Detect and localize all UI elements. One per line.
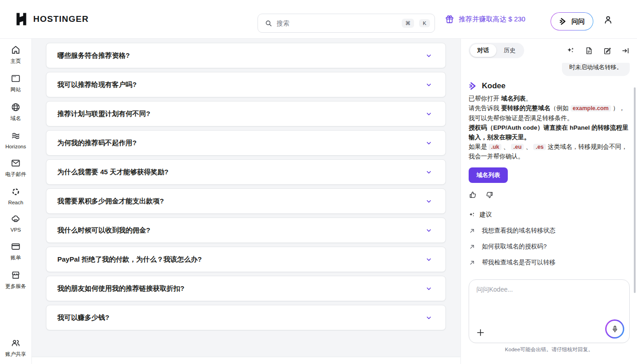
suggestion-item[interactable]: 帮我检查域名是否可以转移 bbox=[469, 258, 630, 267]
sidebar-item-email[interactable]: 电子邮件 bbox=[5, 158, 26, 178]
faq-question: 推荐计划与联盟计划有何不同? bbox=[57, 110, 150, 118]
sidebar-item-horizons[interactable]: Horizons bbox=[5, 131, 26, 149]
compose-button[interactable] bbox=[603, 46, 612, 55]
waves-icon bbox=[10, 131, 21, 141]
suggestion-label: 帮我检查域名是否可以转移 bbox=[482, 258, 556, 267]
chevron-down-icon bbox=[425, 197, 433, 205]
faq-question: 我什么时候可以收到我的佣金? bbox=[57, 226, 150, 235]
microphone-icon bbox=[611, 325, 619, 334]
kodee-icon bbox=[559, 17, 567, 25]
sparkle-burst-icon bbox=[10, 187, 21, 197]
faq-question: PayPal 拒绝了我的付款，为什么？我该怎么办? bbox=[57, 255, 202, 264]
domain-list-button[interactable]: 域名列表 bbox=[469, 167, 508, 183]
thumbs-down-icon[interactable] bbox=[485, 191, 494, 199]
search-icon bbox=[264, 19, 273, 27]
sidebar: 主页网站域名Horizons电子邮件ReachVPS账单更多服务 账户共享 bbox=[0, 39, 32, 364]
envelope-icon bbox=[10, 158, 21, 168]
chevron-down-icon bbox=[425, 256, 433, 263]
ask-kodee-label: 问问 bbox=[571, 17, 585, 26]
suggestion-item[interactable]: 如何获取域名的授权码? bbox=[469, 243, 630, 251]
arrow-upright-icon bbox=[469, 228, 475, 234]
compose-icon bbox=[603, 46, 612, 55]
sidebar-item-label: 主页 bbox=[10, 58, 21, 65]
sidebar-item-label: 电子邮件 bbox=[5, 171, 26, 178]
tab-dialog[interactable]: 对话 bbox=[470, 44, 496, 57]
plus-icon bbox=[475, 328, 485, 338]
suggestion-label: 如何获取域名的授权码? bbox=[482, 243, 547, 251]
faq-item[interactable]: 我需要累积多少佣金才能支出款项? bbox=[46, 188, 446, 214]
faq-question: 我可以推荐给现有客户吗? bbox=[57, 81, 136, 89]
sidebar-nav: 主页网站域名Horizons电子邮件ReachVPS账单更多服务 bbox=[5, 45, 26, 298]
faq-question: 我可以赚多少钱? bbox=[57, 313, 109, 322]
shortcut-k-key: K bbox=[419, 19, 430, 27]
suggestions-list: 我想查看我的域名转移状态如何获取域名的授权码?帮我检查域名是否可以转移 bbox=[469, 227, 630, 267]
document-button[interactable] bbox=[585, 46, 593, 55]
sidebar-item-vps[interactable]: VPS bbox=[5, 214, 26, 233]
search-input[interactable] bbox=[277, 20, 398, 27]
chat-input-card[interactable] bbox=[469, 279, 630, 343]
sidebar-item-label: 网站 bbox=[10, 86, 21, 93]
ask-kodee-button[interactable]: 问问 bbox=[551, 12, 593, 30]
gift-icon bbox=[445, 14, 455, 24]
chat-input[interactable] bbox=[476, 286, 622, 314]
faq-accordion-list: 哪些服务符合推荐资格?我可以推荐给现有客户吗?推荐计划与联盟计划有何不同?为何我… bbox=[46, 43, 446, 330]
faq-item[interactable]: 我可以赚多少钱? bbox=[46, 305, 446, 330]
browser-icon bbox=[10, 73, 21, 84]
faq-item[interactable]: 我什么时候可以收到我的佣金? bbox=[46, 217, 446, 243]
people-icon bbox=[10, 338, 21, 348]
faq-item[interactable]: 我的朋友如何使用我的推荐链接获取折扣? bbox=[46, 276, 446, 301]
tab-history[interactable]: 历史 bbox=[496, 44, 523, 57]
sidebar-item-billing[interactable]: 账单 bbox=[5, 241, 26, 261]
chevron-down-icon bbox=[425, 110, 433, 118]
sidebar-item-reach[interactable]: Reach bbox=[5, 187, 26, 205]
sidebar-item-websites[interactable]: 网站 bbox=[5, 73, 26, 93]
chevron-down-icon bbox=[425, 168, 433, 176]
global-search[interactable]: ⌘ K bbox=[258, 14, 435, 33]
faq-question: 我的朋友如何使用我的推荐链接获取折扣? bbox=[57, 284, 184, 293]
sidebar-item-label: 更多服务 bbox=[5, 283, 26, 290]
attach-button[interactable] bbox=[475, 328, 485, 338]
suggestions-header: 建议 bbox=[469, 211, 630, 219]
sidebar-item-domains[interactable]: 域名 bbox=[5, 102, 26, 122]
sidebar-item-home[interactable]: 主页 bbox=[5, 45, 26, 65]
globe-icon bbox=[10, 102, 21, 112]
sidebar-item-account-sharing[interactable]: 账户共享 bbox=[0, 338, 31, 358]
collapse-button[interactable] bbox=[621, 46, 630, 55]
kodee-chat-panel: 对话历史 时未启动域名转移。 Kodee 已帮你打开 域名列表。请先告诉我 要转… bbox=[460, 39, 637, 364]
storefront-icon bbox=[10, 270, 21, 280]
faq-item[interactable]: 哪些服务符合推荐资格? bbox=[46, 43, 446, 68]
thumbs-up-icon[interactable] bbox=[469, 191, 477, 199]
sidebar-item-label: Reach bbox=[8, 200, 23, 205]
top-header: HOSTINGER ⌘ K 推荐并赚取高达 $ 230 问问 bbox=[0, 0, 637, 39]
sidebar-item-label: 域名 bbox=[10, 115, 21, 122]
sidebar-item-label: Horizons bbox=[5, 144, 26, 149]
chevron-down-icon bbox=[425, 314, 433, 322]
chevron-down-icon bbox=[425, 81, 433, 89]
message-feedback bbox=[469, 191, 630, 199]
chat-tabs: 对话历史 bbox=[469, 43, 524, 58]
suggestion-item[interactable]: 我想查看我的域名转移状态 bbox=[469, 227, 630, 235]
faq-item[interactable]: PayPal 拒绝了我的付款，为什么？我该怎么办? bbox=[46, 247, 446, 272]
account-menu-button[interactable] bbox=[603, 15, 613, 25]
chevron-down-icon bbox=[425, 139, 433, 147]
suggestion-label: 我想查看我的域名转移状态 bbox=[482, 227, 556, 235]
chat-messages[interactable]: 时未启动域名转移。 Kodee 已帮你打开 域名列表。请先告诉我 要转移的完整域… bbox=[469, 63, 630, 279]
voice-input-button[interactable] bbox=[605, 319, 624, 339]
arrow-upright-icon bbox=[469, 243, 475, 250]
referral-link[interactable]: 推荐并赚取高达 $ 230 bbox=[445, 14, 526, 24]
faq-item[interactable]: 我可以推荐给现有客户吗? bbox=[46, 72, 446, 97]
faq-item[interactable]: 为何我的推荐码不起作用? bbox=[46, 130, 446, 156]
chat-toolbar bbox=[566, 46, 630, 55]
faq-question: 为何我的推荐码不起作用? bbox=[57, 139, 136, 147]
collapse-icon bbox=[621, 46, 630, 55]
assistant-name: Kodee bbox=[482, 81, 506, 91]
faq-question: 为什么我需要 45 天才能够获得奖励? bbox=[57, 168, 168, 177]
sidebar-item-more-services[interactable]: 更多服务 bbox=[5, 270, 26, 290]
hostinger-logo[interactable]: HOSTINGER bbox=[14, 11, 89, 27]
chat-scrollbar[interactable] bbox=[634, 87, 636, 293]
faq-item[interactable]: 为什么我需要 45 天才能够获得奖励? bbox=[46, 159, 446, 185]
faq-question: 哪些服务符合推荐资格? bbox=[57, 51, 130, 60]
sparkles-button[interactable] bbox=[566, 46, 575, 55]
faq-item[interactable]: 推荐计划与联盟计划有何不同? bbox=[46, 101, 446, 126]
brand-name: HOSTINGER bbox=[33, 14, 89, 24]
